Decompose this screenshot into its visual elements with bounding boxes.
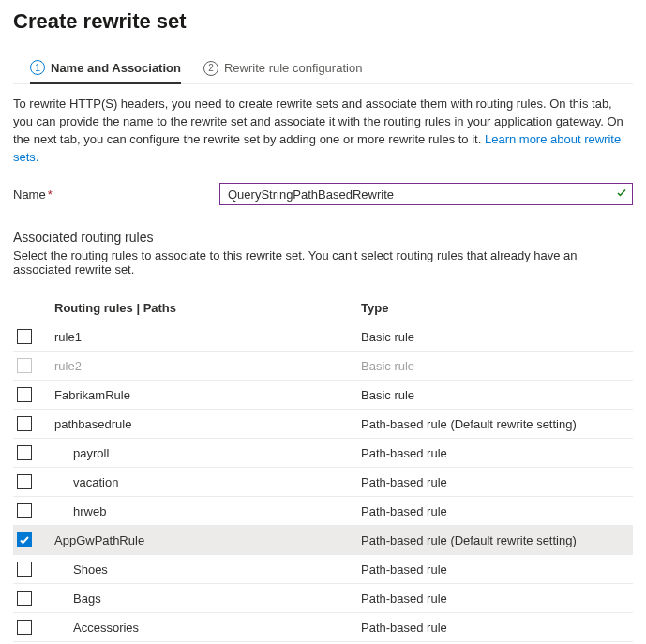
rule-checkbox[interactable] <box>17 532 32 547</box>
rule-type: Path-based rule <box>361 446 633 460</box>
page-title: Create rewrite set <box>13 9 633 34</box>
rule-name: payroll <box>51 446 361 460</box>
rules-table-header: Routing rules | Paths Type <box>13 293 633 322</box>
table-row[interactable]: rule1Basic rule <box>13 322 633 352</box>
rule-name: Accessories <box>51 621 361 635</box>
rule-name: pathbasedrule <box>51 417 361 431</box>
rule-name: rule1 <box>51 330 361 344</box>
rule-checkbox[interactable] <box>17 329 32 344</box>
table-row[interactable]: AppGwPathRulePath-based rule (Default re… <box>13 526 633 555</box>
rule-type: Path-based rule <box>361 504 633 518</box>
rule-checkbox[interactable] <box>17 620 32 635</box>
rule-name: Bags <box>51 592 361 606</box>
table-row[interactable]: ShoesPath-based rule <box>13 555 633 584</box>
step-label: Rewrite rule configuration <box>224 61 362 75</box>
intro-text: To rewrite HTTP(S) headers, you need to … <box>13 96 633 166</box>
name-input[interactable] <box>219 183 633 205</box>
rule-type: Path-based rule (Default rewrite setting… <box>361 533 633 547</box>
name-row: Name* <box>13 183 633 205</box>
rule-name: FabrikamRule <box>51 388 361 402</box>
table-row[interactable]: payrollPath-based rule <box>13 439 633 468</box>
table-row[interactable]: hrwebPath-based rule <box>13 497 633 526</box>
name-input-wrap <box>219 183 633 205</box>
rules-table-body: rule1Basic rulerule2Basic ruleFabrikamRu… <box>13 322 633 642</box>
wizard-steps: 1Name and Association2Rewrite rule confi… <box>13 54 633 84</box>
required-indicator: * <box>48 187 53 202</box>
table-row[interactable]: FabrikamRuleBasic rule <box>13 381 633 410</box>
valid-check-icon <box>616 187 627 202</box>
rule-name: hrweb <box>51 504 361 518</box>
wizard-step-2[interactable]: 2Rewrite rule configuration <box>203 61 362 76</box>
column-header-name[interactable]: Routing rules | Paths <box>51 301 361 315</box>
step-label: Name and Association <box>51 61 181 75</box>
rule-checkbox[interactable] <box>17 562 32 577</box>
rule-type: Path-based rule (Default rewrite setting… <box>361 417 633 431</box>
rule-checkbox[interactable] <box>17 416 32 431</box>
step-number-icon: 2 <box>203 61 218 76</box>
column-header-type[interactable]: Type <box>361 301 633 315</box>
associated-rules-sub: Select the routing rules to associate to… <box>13 248 633 277</box>
rule-type: Basic rule <box>361 388 633 402</box>
table-row[interactable]: BagsPath-based rule <box>13 584 633 613</box>
rule-type: Basic rule <box>361 359 633 373</box>
rule-checkbox[interactable] <box>17 387 32 402</box>
rule-checkbox[interactable] <box>17 503 32 518</box>
rule-name: vacation <box>51 475 361 489</box>
step-number-icon: 1 <box>30 60 45 75</box>
rule-type: Path-based rule <box>361 621 633 635</box>
rule-checkbox[interactable] <box>17 591 32 606</box>
rule-type: Path-based rule <box>361 475 633 489</box>
rule-type: Basic rule <box>361 330 633 344</box>
rule-checkbox[interactable] <box>17 474 32 489</box>
table-row: rule2Basic rule <box>13 352 633 381</box>
rule-name: Shoes <box>51 562 361 577</box>
rule-type: Path-based rule <box>361 562 633 577</box>
wizard-step-1[interactable]: 1Name and Association <box>30 60 181 84</box>
name-label-text: Name <box>13 187 46 202</box>
table-row[interactable]: vacationPath-based rule <box>13 468 633 497</box>
rule-name: AppGwPathRule <box>51 533 361 547</box>
table-row[interactable]: AccessoriesPath-based rule <box>13 613 633 642</box>
rule-checkbox[interactable] <box>17 445 32 460</box>
rule-checkbox <box>17 358 32 373</box>
rule-type: Path-based rule <box>361 592 633 606</box>
table-row[interactable]: pathbasedrulePath-based rule (Default re… <box>13 410 633 439</box>
associated-rules-heading: Associated routing rules <box>13 230 633 245</box>
rule-name: rule2 <box>51 359 361 373</box>
name-label: Name* <box>13 187 219 202</box>
